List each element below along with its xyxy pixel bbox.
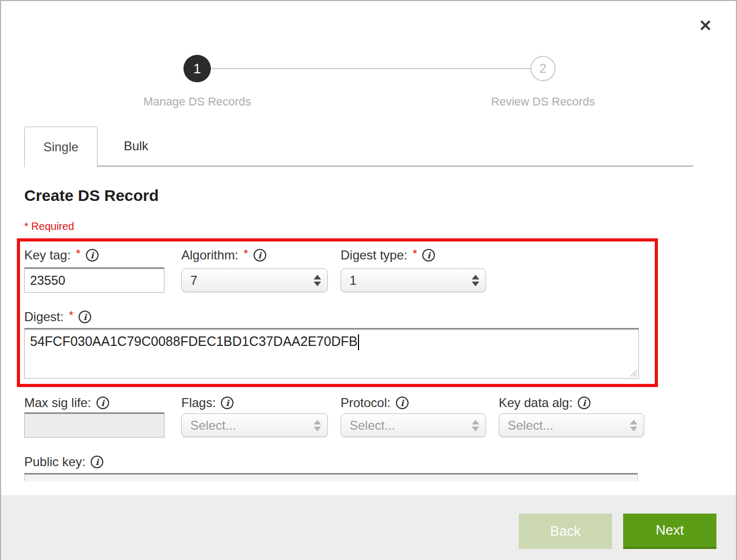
info-icon[interactable]: i	[79, 311, 91, 323]
step-1-circle: 1	[183, 55, 211, 82]
public-key-label-text: Public key:	[24, 455, 85, 469]
max-sig-life-input[interactable]	[24, 412, 164, 438]
key-data-alg-select[interactable]: Select...	[499, 413, 644, 437]
max-sig-life-label-text: Max sig life:	[24, 395, 91, 410]
info-icon[interactable]: i	[396, 397, 409, 409]
digest-type-select[interactable]: 1	[341, 268, 486, 292]
text-caret	[358, 334, 359, 350]
info-icon[interactable]: i	[221, 397, 234, 409]
tab-bulk[interactable]: Bulk	[98, 127, 174, 166]
digest-label-text: Digest:	[24, 310, 64, 324]
key-tag-input[interactable]	[24, 267, 164, 293]
select-stepper-arrows-icon	[314, 420, 321, 431]
key-tag-label: Key tag: * i	[24, 248, 99, 263]
algorithm-label: Algorithm: * i	[181, 248, 266, 263]
create-ds-record-dialog: ✕ 1 2 Manage DS Records Review DS Record…	[0, 0, 737, 560]
algorithm-label-text: Algorithm:	[181, 248, 238, 263]
stepper-connector	[211, 68, 530, 69]
next-button[interactable]: Next	[623, 514, 716, 549]
required-asterisk: *	[69, 308, 74, 322]
flags-select-value: Select...	[190, 418, 236, 433]
info-icon[interactable]: i	[578, 397, 590, 409]
digest-type-label-text: Digest type:	[341, 248, 408, 263]
info-icon[interactable]: i	[86, 249, 99, 262]
max-sig-life-label: Max sig life: i	[24, 395, 109, 410]
digest-label: Digest: * i	[24, 310, 91, 324]
digest-value: 54FCF030AA1C79C0088FDEC1BD1C37DAA2E70DFB	[30, 334, 357, 349]
select-stepper-arrows-icon	[472, 420, 479, 431]
public-key-textarea[interactable]	[24, 473, 638, 481]
digest-textarea[interactable]: 54FCF030AA1C79C0088FDEC1BD1C37DAA2E70DFB	[24, 328, 639, 379]
flags-label-text: Flags:	[181, 395, 216, 410]
key-data-alg-label-text: Key data alg:	[499, 395, 573, 410]
back-button[interactable]: Back	[519, 514, 612, 549]
close-icon[interactable]: ✕	[694, 14, 717, 37]
select-stepper-arrows-icon	[472, 275, 479, 286]
info-icon[interactable]: i	[254, 249, 266, 262]
key-tag-label-text: Key tag:	[24, 248, 71, 263]
required-asterisk: *	[413, 247, 418, 260]
page-title: Create DS Record	[24, 187, 159, 205]
key-data-alg-label: Key data alg: i	[499, 395, 590, 410]
step-2-circle: 2	[530, 56, 556, 81]
key-data-alg-select-value: Select...	[508, 418, 554, 433]
select-stepper-arrows-icon	[314, 275, 321, 286]
public-key-label: Public key: i	[24, 455, 103, 469]
protocol-select[interactable]: Select...	[341, 413, 486, 437]
protocol-label-text: Protocol:	[341, 395, 391, 410]
info-icon[interactable]: i	[422, 249, 435, 262]
algorithm-select-value: 7	[190, 273, 197, 288]
protocol-select-value: Select...	[350, 418, 395, 433]
info-icon[interactable]: i	[91, 456, 103, 468]
required-asterisk: *	[244, 247, 248, 260]
algorithm-select[interactable]: 7	[181, 268, 328, 292]
select-stepper-arrows-icon	[630, 420, 637, 431]
resize-handle-icon[interactable]	[629, 369, 637, 377]
digest-type-select-value: 1	[350, 273, 356, 288]
info-icon[interactable]: i	[96, 397, 109, 409]
tab-bottom-rule	[98, 166, 693, 167]
flags-select[interactable]: Select...	[181, 413, 328, 437]
step-1-label: Manage DS Records	[108, 95, 287, 109]
step-2-label: Review DS Records	[453, 95, 633, 109]
flags-label: Flags: i	[181, 395, 234, 410]
required-note: * Required	[24, 220, 74, 233]
tab-single[interactable]: Single	[24, 127, 98, 167]
required-asterisk: *	[76, 247, 81, 260]
digest-type-label: Digest type: * i	[341, 248, 435, 263]
protocol-label: Protocol: i	[341, 395, 409, 410]
